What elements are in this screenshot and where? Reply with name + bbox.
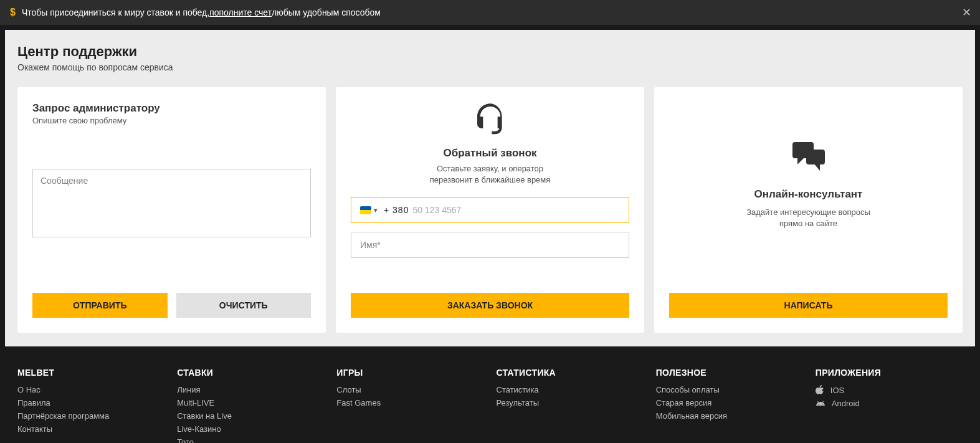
footer-col-melbet: MELBET О Нас Правила Партнёрская програм… <box>17 368 164 443</box>
footer-col-statistika: СТАТИСТИКА Статистика Результаты <box>497 368 644 443</box>
footer-link[interactable]: Старая версия <box>656 398 803 407</box>
page-subtitle: Окажем помощь по вопросам сервиса <box>17 62 963 72</box>
footer-link[interactable]: Линия <box>177 385 324 394</box>
clear-button[interactable]: ОЧИСТИТЬ <box>176 293 312 318</box>
write-button[interactable]: НАПИСАТЬ <box>669 293 948 318</box>
phone-input[interactable] <box>412 205 620 215</box>
footer-link[interactable]: Слоты <box>336 385 483 394</box>
phone-field[interactable]: ▾ + 380 <box>351 197 629 223</box>
footer-col-stavki: СТАВКИ Линия Multi-LIVE Ставки на Live L… <box>177 368 324 443</box>
admin-subtitle: Опишите свою проблему <box>32 116 311 125</box>
android-icon <box>816 401 825 407</box>
message-input[interactable] <box>32 169 311 237</box>
footer-title: ПРИЛОЖЕНИЯ <box>816 368 963 378</box>
svg-marker-3 <box>814 163 820 171</box>
flag-ua-icon <box>360 206 371 214</box>
footer-col-poleznoe: ПОЛЕЗНОЕ Способы оплаты Старая версия Мо… <box>656 368 803 443</box>
app-link-android[interactable]: Android <box>816 399 963 408</box>
callback-title: Обратный звонок <box>443 147 536 160</box>
footer-link[interactable]: О Нас <box>17 385 164 394</box>
phone-prefix: + 380 <box>384 205 409 215</box>
footer-title: СТАВКИ <box>177 368 324 378</box>
footer-title: СТАТИСТИКА <box>497 368 644 378</box>
name-input[interactable] <box>351 232 629 258</box>
footer-title: ПОЛЕЗНОЕ <box>656 368 803 378</box>
footer-link[interactable]: Live-Казино <box>177 424 324 434</box>
card-admin-request: Запрос администратору Опишите свою пробл… <box>17 87 326 333</box>
online-sub: Задайте интересующие вопросы прямо на са… <box>746 207 870 229</box>
order-call-button[interactable]: ЗАКАЗАТЬ ЗВОНОК <box>351 293 629 318</box>
card-online-consultant: Онлайн-консультант Задайте интересующие … <box>654 87 963 333</box>
send-button[interactable]: ОТПРАВИТЬ <box>32 293 168 318</box>
footer-link[interactable]: Партнёрская программа <box>17 411 164 421</box>
chevron-down-icon[interactable]: ▾ <box>374 206 378 214</box>
footer-col-igry: ИГРЫ Слоты Fast Games <box>336 368 483 443</box>
svg-rect-2 <box>806 150 825 164</box>
footer: MELBET О Нас Правила Партнёрская програм… <box>5 351 975 443</box>
cards-row: Запрос администратору Опишите свою пробл… <box>17 87 963 333</box>
footer-link[interactable]: Fast Games <box>336 398 483 407</box>
apple-icon <box>816 385 824 395</box>
footer-link[interactable]: Статистика <box>497 385 644 394</box>
page-title: Центр поддержки <box>17 44 963 60</box>
footer-link[interactable]: Контакты <box>17 424 164 434</box>
footer-link[interactable]: Правила <box>17 398 164 407</box>
deposit-banner: $ Чтобы присоединиться к миру ставок и п… <box>0 0 980 25</box>
banner-text-before: Чтобы присоединиться к миру ставок и поб… <box>22 7 209 17</box>
dollar-icon: $ <box>10 7 16 18</box>
headset-icon <box>473 102 508 140</box>
footer-title: MELBET <box>17 368 164 378</box>
footer-link[interactable]: Способы оплаты <box>656 385 803 394</box>
footer-title: ИГРЫ <box>336 368 483 378</box>
close-icon[interactable]: ✕ <box>962 6 971 19</box>
card-callback: Обратный звонок Оставьте заявку, и опера… <box>336 87 644 333</box>
svg-marker-1 <box>797 157 805 164</box>
online-title: Онлайн-консультант <box>754 188 863 201</box>
footer-link[interactable]: Ставки на Live <box>177 411 324 421</box>
app-link-ios[interactable]: IOS <box>816 385 963 395</box>
support-center: Центр поддержки Окажем помощь по вопроса… <box>5 30 975 346</box>
callback-sub: Оставьте заявку, и оператор перезвонит в… <box>430 163 551 186</box>
chat-icon <box>789 140 829 177</box>
footer-link[interactable]: Мобильная версия <box>656 411 803 421</box>
deposit-link[interactable]: пополните счет <box>209 7 272 17</box>
banner-text-after: любым удобным способом <box>272 7 381 17</box>
admin-title: Запрос администратору <box>32 102 311 115</box>
footer-col-apps: ПРИЛОЖЕНИЯ IOS Android <box>816 368 963 443</box>
footer-link[interactable]: Результаты <box>497 398 644 407</box>
footer-link[interactable]: Multi-LIVE <box>177 398 324 407</box>
footer-link[interactable]: Тото <box>177 437 324 443</box>
